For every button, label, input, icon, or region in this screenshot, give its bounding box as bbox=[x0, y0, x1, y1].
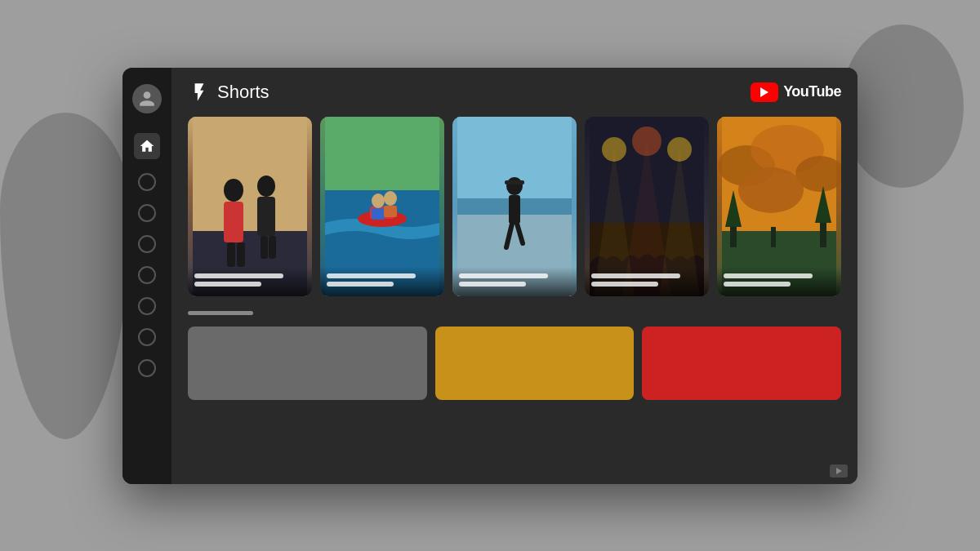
short-card-1[interactable] bbox=[188, 117, 312, 296]
shorts-icon bbox=[188, 81, 211, 104]
short-card-3[interactable] bbox=[452, 117, 577, 296]
svg-rect-18 bbox=[384, 206, 397, 217]
short-card-1-overlay bbox=[188, 267, 312, 296]
short-card-2-overlay bbox=[320, 267, 444, 296]
youtube-play-button bbox=[751, 82, 778, 102]
svg-rect-3 bbox=[224, 202, 243, 242]
short-card-3-overlay bbox=[452, 267, 577, 296]
svg-point-16 bbox=[384, 191, 397, 206]
svg-rect-7 bbox=[257, 197, 275, 236]
sidebar-item-1[interactable] bbox=[138, 173, 156, 191]
svg-rect-5 bbox=[237, 242, 245, 267]
scroll-indicator bbox=[188, 311, 253, 315]
short-card-2[interactable] bbox=[320, 117, 444, 296]
svg-point-41 bbox=[738, 167, 804, 213]
svg-point-6 bbox=[257, 176, 275, 197]
svg-rect-8 bbox=[261, 236, 268, 259]
shorts-row bbox=[188, 117, 841, 296]
short-card-5[interactable] bbox=[717, 117, 841, 296]
svg-rect-27 bbox=[505, 180, 524, 184]
sidebar-avatar[interactable] bbox=[132, 84, 162, 113]
svg-rect-9 bbox=[269, 236, 276, 259]
sidebar-item-5[interactable] bbox=[138, 297, 156, 315]
shorts-title: Shorts bbox=[217, 82, 270, 103]
svg-rect-4 bbox=[227, 242, 235, 267]
bottom-card-yellow[interactable] bbox=[435, 327, 635, 400]
short-card-4[interactable] bbox=[585, 117, 709, 296]
tv-frame: Shorts YouTube bbox=[122, 68, 858, 484]
profile-icon bbox=[138, 90, 156, 108]
youtube-text: YouTube bbox=[783, 83, 841, 100]
svg-point-2 bbox=[224, 179, 243, 202]
short-card-5-title bbox=[724, 273, 813, 278]
short-card-5-overlay bbox=[717, 267, 841, 296]
svg-point-23 bbox=[506, 177, 523, 195]
svg-rect-17 bbox=[372, 208, 385, 220]
short-card-3-subtitle bbox=[459, 282, 526, 287]
short-card-3-title bbox=[459, 273, 548, 278]
short-card-4-subtitle bbox=[591, 282, 658, 287]
sidebar-item-3[interactable] bbox=[138, 235, 156, 253]
home-icon bbox=[139, 138, 155, 154]
yt-watermark-button bbox=[830, 464, 848, 478]
sidebar-home-button[interactable] bbox=[134, 133, 160, 159]
svg-point-15 bbox=[372, 193, 385, 208]
sidebar-item-2[interactable] bbox=[138, 204, 156, 222]
header: Shorts YouTube bbox=[188, 81, 841, 104]
bottom-cards-row bbox=[188, 327, 841, 400]
youtube-logo: YouTube bbox=[751, 82, 841, 102]
svg-rect-24 bbox=[509, 195, 520, 224]
short-card-2-subtitle bbox=[327, 282, 394, 287]
bottom-section bbox=[188, 311, 841, 400]
short-card-1-subtitle bbox=[194, 282, 261, 287]
shorts-bolt-icon bbox=[189, 82, 210, 103]
bg-decoration-left bbox=[0, 113, 131, 439]
svg-rect-11 bbox=[325, 117, 439, 190]
sidebar bbox=[122, 68, 172, 484]
bg-decoration-right bbox=[841, 24, 964, 188]
yt-watermark bbox=[830, 464, 848, 478]
sidebar-item-7[interactable] bbox=[138, 359, 156, 377]
bottom-card-gray[interactable] bbox=[188, 327, 427, 400]
shorts-title-area: Shorts bbox=[188, 81, 270, 104]
bottom-card-red[interactable] bbox=[642, 327, 841, 400]
short-card-4-title bbox=[591, 273, 680, 278]
main-content: Shorts YouTube bbox=[172, 68, 858, 484]
svg-rect-47 bbox=[771, 227, 776, 247]
short-card-4-overlay bbox=[585, 267, 709, 296]
short-card-5-subtitle bbox=[724, 282, 791, 287]
short-card-2-title bbox=[327, 273, 416, 278]
sidebar-item-4[interactable] bbox=[138, 266, 156, 284]
svg-rect-45 bbox=[820, 219, 826, 247]
sidebar-item-6[interactable] bbox=[138, 328, 156, 346]
short-card-1-title bbox=[194, 273, 283, 278]
